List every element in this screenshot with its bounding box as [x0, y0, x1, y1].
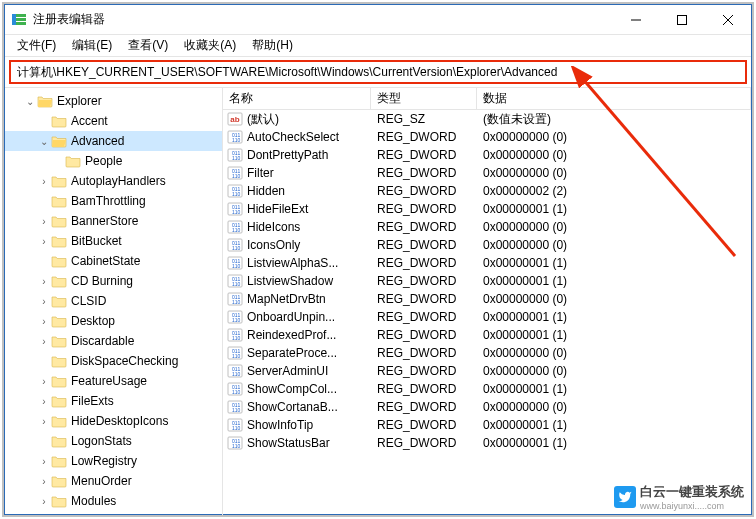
dword-value-icon: 011 110 [227, 201, 243, 217]
menu-file[interactable]: 文件(F) [9, 35, 64, 56]
tree-expander-icon[interactable]: › [37, 456, 51, 467]
tree-item[interactable]: › BannerStore [5, 211, 222, 231]
tree-expander-icon[interactable]: › [37, 316, 51, 327]
menu-edit[interactable]: 编辑(E) [64, 35, 120, 56]
tree-item[interactable]: LogonStats [5, 431, 222, 451]
value-row[interactable]: 011 110 Hidden REG_DWORD 0x00000002 (2) [223, 182, 751, 200]
close-button[interactable] [705, 5, 751, 34]
tree-item-label: HideDesktopIcons [71, 414, 168, 428]
tree-expander-icon[interactable]: › [37, 416, 51, 427]
tree-expander-icon[interactable]: › [37, 476, 51, 487]
value-row[interactable]: 011 110 AutoCheckSelect REG_DWORD 0x0000… [223, 128, 751, 146]
tree-item[interactable]: › CD Burning [5, 271, 222, 291]
folder-icon [51, 334, 67, 348]
value-name: SeparateProce... [247, 346, 337, 360]
tree-item[interactable]: › HideDesktopIcons [5, 411, 222, 431]
tree-item[interactable]: CabinetState [5, 251, 222, 271]
tree-item-label: BitBucket [71, 234, 122, 248]
tree-item[interactable]: › LowRegistry [5, 451, 222, 471]
tree-expander-icon[interactable]: › [37, 296, 51, 307]
value-name: ShowCortanaB... [247, 400, 338, 414]
value-row[interactable]: 011 110 IconsOnly REG_DWORD 0x00000000 (… [223, 236, 751, 254]
tree-item[interactable]: Accent [5, 111, 222, 131]
value-row[interactable]: 011 110 MapNetDrvBtn REG_DWORD 0x0000000… [223, 290, 751, 308]
tree-expander-icon[interactable]: › [37, 176, 51, 187]
tree-item[interactable]: › MenuOrder [5, 471, 222, 491]
tree-expander-icon[interactable]: ⌄ [37, 136, 51, 147]
value-row[interactable]: 011 110 HideFileExt REG_DWORD 0x00000001… [223, 200, 751, 218]
folder-icon [51, 374, 67, 388]
tree-item-label: CabinetState [71, 254, 140, 268]
value-row[interactable]: 011 110 ListviewAlphaS... REG_DWORD 0x00… [223, 254, 751, 272]
tree-item[interactable]: ⌄ Explorer [5, 91, 222, 111]
minimize-button[interactable] [613, 5, 659, 34]
values-pane[interactable]: 名称 类型 数据 ab (默认) REG_SZ (数值未设置) 011 110 … [223, 88, 751, 515]
titlebar: 注册表编辑器 [5, 5, 751, 35]
minimize-icon [631, 15, 641, 25]
value-type: REG_DWORD [371, 418, 477, 432]
tree-item[interactable]: › Modules [5, 491, 222, 511]
tree-item[interactable]: › BitBucket [5, 231, 222, 251]
value-data: 0x00000000 (0) [477, 220, 751, 234]
tree-item[interactable]: BamThrottling [5, 191, 222, 211]
value-name: ShowStatusBar [247, 436, 330, 450]
tree-item[interactable]: › AutoplayHandlers [5, 171, 222, 191]
value-row[interactable]: 011 110 ReindexedProf... REG_DWORD 0x000… [223, 326, 751, 344]
tree-item[interactable]: › Desktop [5, 311, 222, 331]
value-row[interactable]: 011 110 ServerAdminUI REG_DWORD 0x000000… [223, 362, 751, 380]
tree-expander-icon[interactable]: › [37, 376, 51, 387]
value-row[interactable]: 011 110 ShowInfoTip REG_DWORD 0x00000001… [223, 416, 751, 434]
value-name: ServerAdminUI [247, 364, 328, 378]
menu-view[interactable]: 查看(V) [120, 35, 176, 56]
tree-item[interactable]: › Discardable [5, 331, 222, 351]
tree-item[interactable]: › CLSID [5, 291, 222, 311]
tree-item-label: FileExts [71, 394, 114, 408]
value-data: 0x00000000 (0) [477, 400, 751, 414]
col-name[interactable]: 名称 [223, 88, 371, 109]
tree-item[interactable]: People [5, 151, 222, 171]
tree-expander-icon[interactable]: › [37, 396, 51, 407]
value-name: OnboardUnpin... [247, 310, 335, 324]
menu-help[interactable]: 帮助(H) [244, 35, 301, 56]
tree-item[interactable]: › FileExts [5, 391, 222, 411]
value-data: 0x00000000 (0) [477, 130, 751, 144]
value-data: 0x00000001 (1) [477, 274, 751, 288]
value-type: REG_DWORD [371, 292, 477, 306]
value-name: ReindexedProf... [247, 328, 336, 342]
tree-expander-icon[interactable]: › [37, 496, 51, 507]
maximize-button[interactable] [659, 5, 705, 34]
value-row[interactable]: 011 110 HideIcons REG_DWORD 0x00000000 (… [223, 218, 751, 236]
svg-text:110: 110 [232, 443, 241, 449]
tree-item[interactable]: DiskSpaceChecking [5, 351, 222, 371]
value-row[interactable]: 011 110 ShowStatusBar REG_DWORD 0x000000… [223, 434, 751, 452]
tree-expander-icon[interactable]: › [37, 336, 51, 347]
value-row[interactable]: 011 110 ListviewShadow REG_DWORD 0x00000… [223, 272, 751, 290]
svg-text:110: 110 [232, 191, 241, 197]
value-row[interactable]: ab (默认) REG_SZ (数值未设置) [223, 110, 751, 128]
value-type: REG_DWORD [371, 400, 477, 414]
svg-text:110: 110 [232, 389, 241, 395]
tree-pane[interactable]: ⌄ Explorer Accent ⌄ Advanced People › Au… [5, 88, 223, 515]
tree-item-label: CLSID [71, 294, 106, 308]
col-type[interactable]: 类型 [371, 88, 477, 109]
tree-item[interactable]: › FeatureUsage [5, 371, 222, 391]
value-row[interactable]: 011 110 ShowCortanaB... REG_DWORD 0x0000… [223, 398, 751, 416]
value-row[interactable]: 011 110 DontPrettyPath REG_DWORD 0x00000… [223, 146, 751, 164]
value-row[interactable]: 011 110 OnboardUnpin... REG_DWORD 0x0000… [223, 308, 751, 326]
address-input[interactable] [9, 60, 747, 84]
menu-favorites[interactable]: 收藏夹(A) [176, 35, 244, 56]
svg-rect-3 [12, 14, 16, 25]
tree-expander-icon[interactable]: › [37, 216, 51, 227]
folder-icon [51, 274, 67, 288]
value-data: 0x00000000 (0) [477, 238, 751, 252]
value-row[interactable]: 011 110 SeparateProce... REG_DWORD 0x000… [223, 344, 751, 362]
tree-expander-icon[interactable]: › [37, 236, 51, 247]
value-row[interactable]: 011 110 ShowCompCol... REG_DWORD 0x00000… [223, 380, 751, 398]
value-row[interactable]: 011 110 Filter REG_DWORD 0x00000000 (0) [223, 164, 751, 182]
tree-item[interactable]: ⌄ Advanced [5, 131, 222, 151]
col-data[interactable]: 数据 [477, 88, 751, 109]
dword-value-icon: 011 110 [227, 129, 243, 145]
tree-expander-icon[interactable]: › [37, 276, 51, 287]
tree-expander-icon[interactable]: ⌄ [23, 96, 37, 107]
tree-item-label: DiskSpaceChecking [71, 354, 178, 368]
